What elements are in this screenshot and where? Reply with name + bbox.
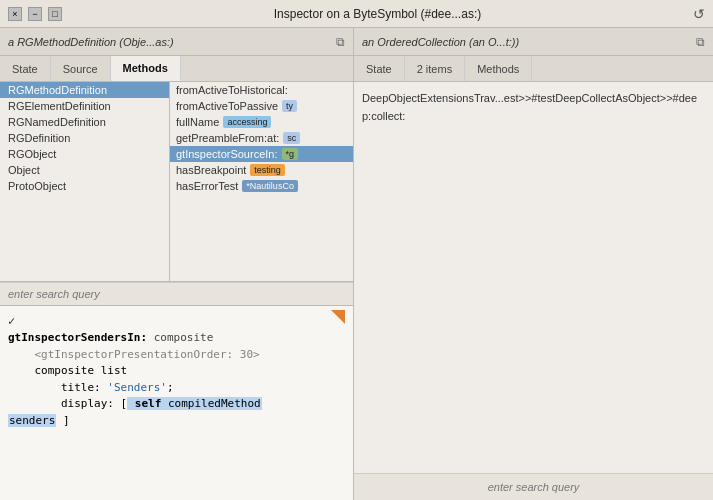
method-label: fromActiveToPassive	[176, 100, 278, 112]
code-line-2: composite list	[8, 363, 345, 380]
right-content-area: DeepObjectExtensionsTrav...est>>#testDee…	[354, 82, 713, 473]
left-panel-header: a RGMethodDefinition (Obje...as:) ⧉	[0, 28, 353, 56]
method-item-4[interactable]: gtInspectorSourceIn: *g	[170, 146, 353, 162]
code-method-name: gtInspectorSendersIn:	[8, 331, 147, 344]
left-panel-title: a RGMethodDefinition (Obje...as:)	[8, 36, 174, 48]
code-line-5: senders ]	[8, 413, 345, 430]
method-item-3[interactable]: getPreambleFrom:at: sc	[170, 130, 353, 146]
method-label: fromActiveToHistorical:	[176, 84, 288, 96]
window-controls[interactable]: × − □	[8, 7, 62, 21]
minimize-button[interactable]: −	[28, 7, 42, 21]
class-item-rg-named[interactable]: RGNamedDefinition	[0, 114, 169, 130]
tab-state-left[interactable]: State	[0, 56, 51, 81]
code-string: 'Senders'	[107, 381, 167, 394]
method-item-5[interactable]: hasBreakpoint testing	[170, 162, 353, 178]
method-item-2[interactable]: fullName accessing	[170, 114, 353, 130]
method-label: hasErrorTest	[176, 180, 238, 192]
class-list: RGMethodDefinition RGElementDefinition R…	[0, 82, 170, 281]
code-line-4: display: [ self compiledMethod	[8, 396, 345, 413]
method-badge-2: accessing	[223, 116, 271, 128]
right-search-input[interactable]	[362, 481, 705, 493]
orange-indicator	[331, 310, 345, 324]
left-panel-icon[interactable]: ⧉	[336, 35, 345, 49]
code-line-1: <gtInspectorPresentationOrder: 30>	[8, 347, 345, 364]
left-tabs: State Source Methods	[0, 56, 353, 82]
right-panel-title: an OrderedCollection (an O...t:))	[362, 36, 519, 48]
left-search-bar[interactable]	[0, 282, 353, 305]
code-line-3: title: 'Senders';	[8, 380, 345, 397]
method-label: fullName	[176, 116, 219, 128]
maximize-button[interactable]: □	[48, 7, 62, 21]
class-item-rg-definition[interactable]: RGDefinition	[0, 130, 169, 146]
method-badge-4: *g	[282, 148, 299, 160]
method-label: getPreambleFrom:at:	[176, 132, 279, 144]
class-item-rg-element[interactable]: RGElementDefinition	[0, 98, 169, 114]
class-item-rg-object[interactable]: RGObject	[0, 146, 169, 162]
method-item-6[interactable]: hasErrorTest *NautilusCo	[170, 178, 353, 194]
method-badge-3: sc	[283, 132, 300, 144]
method-badge-5: testing	[250, 164, 285, 176]
tab-source-left[interactable]: Source	[51, 56, 111, 81]
method-item-1[interactable]: fromActiveToPassive ty	[170, 98, 353, 114]
code-line-0: gtInspectorSendersIn: composite	[8, 330, 345, 347]
close-button[interactable]: ×	[8, 7, 22, 21]
class-item-rg-method[interactable]: RGMethodDefinition	[0, 82, 169, 98]
left-upper-split: RGMethodDefinition RGElementDefinition R…	[0, 82, 353, 282]
tab-items-right[interactable]: 2 items	[405, 56, 465, 81]
method-list: fromActiveToHistorical: fromActiveToPass…	[170, 82, 353, 281]
right-panel-icon[interactable]: ⧉	[696, 35, 705, 49]
code-area: ✓ gtInspectorSendersIn: composite <gtIns…	[0, 305, 353, 500]
checkmark-icon: ✓	[8, 312, 345, 330]
class-item-object[interactable]: Object	[0, 162, 169, 178]
method-item-0[interactable]: fromActiveToHistorical:	[170, 82, 353, 98]
method-label: gtInspectorSourceIn:	[176, 148, 278, 160]
deep-object-text: DeepObjectExtensionsTrav...est>>#testDee…	[362, 90, 705, 125]
method-badge-6: *NautilusCo	[242, 180, 298, 192]
code-highlight-1: self compiledMethod	[127, 397, 261, 410]
left-search-input[interactable]	[8, 288, 345, 300]
right-panel-header: an OrderedCollection (an O...t:)) ⧉	[354, 28, 713, 56]
method-badge-1: ty	[282, 100, 297, 112]
right-tabs: State 2 items Methods	[354, 56, 713, 82]
left-panel: a RGMethodDefinition (Obje...as:) ⧉ Stat…	[0, 28, 354, 500]
title-bar: × − □ Inspector on a ByteSymbol (#dee...…	[0, 0, 713, 28]
window-title: Inspector on a ByteSymbol (#dee...as:)	[274, 7, 481, 21]
right-search-bar[interactable]	[354, 473, 713, 500]
right-panel: an OrderedCollection (an O...t:)) ⧉ Stat…	[354, 28, 713, 500]
method-label: hasBreakpoint	[176, 164, 246, 176]
code-param: composite	[154, 331, 214, 344]
tab-methods-left[interactable]: Methods	[111, 56, 181, 81]
refresh-button[interactable]: ↺	[693, 6, 705, 22]
tab-methods-right[interactable]: Methods	[465, 56, 532, 81]
class-item-proto-object[interactable]: ProtoObject	[0, 178, 169, 194]
code-highlight-2: senders	[8, 414, 56, 427]
main-content: a RGMethodDefinition (Obje...as:) ⧉ Stat…	[0, 28, 713, 500]
code-tag: <gtInspectorPresentationOrder: 30>	[8, 348, 260, 361]
tab-state-right[interactable]: State	[354, 56, 405, 81]
